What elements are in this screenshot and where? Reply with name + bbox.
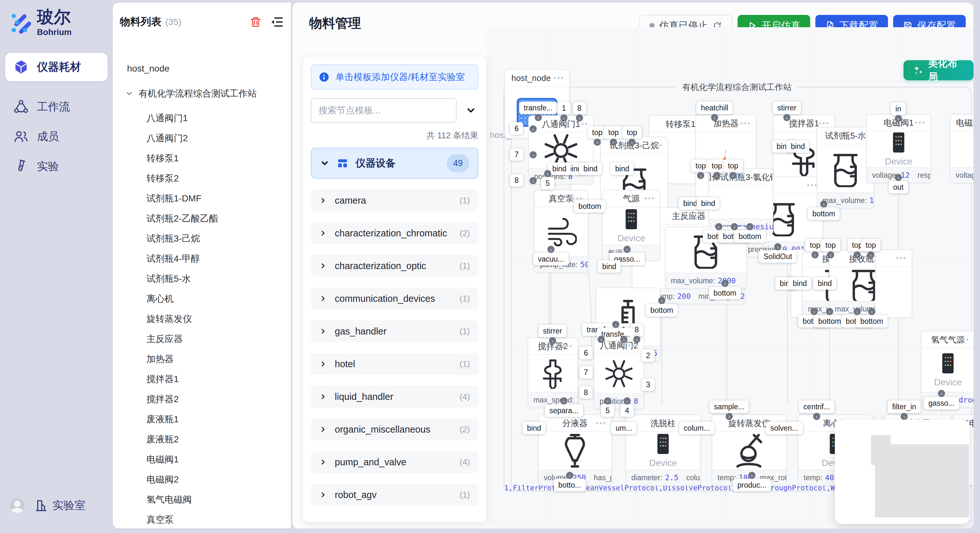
tree-item[interactable]: 八通阀门1 — [146, 112, 188, 124]
tree-item[interactable]: 离心机 — [146, 293, 174, 305]
port-chip-top[interactable]: top — [622, 126, 642, 139]
port-dot-icon[interactable]: › — [867, 251, 874, 259]
port-dot-icon[interactable]: › — [535, 114, 542, 121]
sidebar-item-experiment[interactable]: 实验 — [5, 157, 108, 176]
port-dot-icon[interactable]: › — [560, 114, 568, 121]
port-dot-icon[interactable]: › — [560, 397, 568, 405]
port-chip-4[interactable]: 4 — [620, 405, 634, 417]
canvas-node-八通阀门2[interactable]: 八通阀门2•••positions:8 — [594, 337, 644, 409]
node-menu-icon[interactable]: ••• — [915, 115, 926, 131]
port-dot-icon[interactable]: › — [895, 115, 902, 122]
tree-item[interactable]: 真空泵 — [146, 514, 174, 526]
port-chip-filter_in[interactable]: filter_in — [888, 401, 921, 413]
tree-item[interactable]: 转移泵1 — [146, 152, 179, 165]
port-dot-icon[interactable]: › — [594, 139, 601, 146]
tree-item[interactable]: 主反应器 — [146, 333, 183, 345]
port-dot-icon[interactable]: › — [610, 139, 617, 146]
port-chip-bind[interactable]: bind — [522, 422, 546, 435]
tree-item[interactable]: 试剂瓶4-甲醇 — [146, 252, 200, 265]
canvas-node-分液器[interactable]: 分液器••• volume:250has_phases:true — [538, 414, 612, 486]
port-chip-bind[interactable]: bind — [697, 197, 719, 210]
tree-item-host-node[interactable]: host_node — [127, 63, 170, 74]
avatar[interactable] — [10, 498, 25, 513]
node-menu-icon[interactable]: ••• — [757, 169, 768, 185]
tree-item[interactable]: 转移泵2 — [146, 172, 179, 185]
canvas-node-气源[interactable]: 气源••• Device气源 — [602, 190, 660, 261]
port-dot-icon[interactable]: › — [598, 336, 605, 343]
category-row-hotel[interactable]: hotel (1) — [311, 353, 478, 375]
port-dot-icon[interactable]: › — [530, 177, 537, 184]
port-dot-icon[interactable]: › — [895, 174, 902, 181]
port-chip-gasso[interactable]: gasso... — [924, 397, 959, 409]
canvas-node-电磁阀1[interactable]: 电磁阀1••• Devicevoltage:12response_time:0.… — [866, 114, 931, 183]
port-chip-bind[interactable]: bind — [598, 260, 620, 273]
port-dot-icon[interactable]: › — [713, 172, 721, 179]
tree-item[interactable]: 试剂瓶3-己烷 — [146, 233, 200, 245]
port-chip-5[interactable]: 5 — [601, 405, 614, 417]
node-menu-icon[interactable]: ••• — [807, 177, 818, 194]
category-row-characterization_optic[interactable]: characterization_optic (1) — [311, 255, 478, 277]
port-chip-in[interactable]: in — [891, 103, 906, 115]
tree-item[interactable]: 氢气电磁阀 — [146, 493, 192, 506]
port-dot-icon[interactable]: › — [868, 308, 875, 315]
port-chip-solven[interactable]: solven... — [766, 422, 803, 435]
node-menu-icon[interactable]: ••• — [959, 332, 970, 348]
port-dot-icon[interactable]: › — [938, 390, 945, 397]
port-chip-top[interactable]: top — [821, 239, 840, 252]
tree-item[interactable]: 试剂瓶1-DMF — [146, 192, 202, 205]
search-input[interactable] — [311, 98, 457, 123]
flow-canvas[interactable]: 有机化学流程综合测试工作站host_node••• 转移泵1•••八通阀门1••… — [487, 27, 974, 528]
port-chip-bind[interactable]: bind — [579, 163, 602, 175]
port-dot-icon[interactable]: › — [697, 172, 704, 179]
chevron-down-icon[interactable] — [465, 105, 476, 116]
port-chip-bind[interactable]: bind — [788, 277, 811, 290]
port-chip-stirrer[interactable]: stirrer — [773, 102, 801, 114]
port-chip-6[interactable]: 6 — [579, 347, 593, 359]
tree-item[interactable]: 试剂瓶5-水 — [146, 273, 191, 285]
port-chip-top[interactable]: top — [861, 239, 880, 252]
port-chip-out[interactable]: out — [889, 181, 908, 194]
chevron-down-icon[interactable] — [125, 89, 134, 98]
port-dot-icon[interactable]: › — [820, 200, 827, 208]
port-dot-icon[interactable]: › — [810, 308, 818, 315]
port-chip-bottom[interactable]: bottom — [808, 208, 840, 220]
canvas-node-搅拌器2[interactable]: 搅拌器2••• max_speed:2000 — [528, 338, 578, 408]
port-dot-icon[interactable]: › — [725, 413, 733, 420]
sidebar-item-members[interactable]: 成员 — [5, 127, 108, 146]
category-row-characterization_chromatic[interactable]: characterization_chromatic (2) — [311, 222, 478, 244]
port-dot-icon[interactable]: › — [612, 321, 619, 328]
node-menu-icon[interactable]: ••• — [740, 115, 751, 132]
port-dot-icon[interactable]: › — [576, 114, 583, 121]
port-dot-icon[interactable]: › — [530, 151, 537, 159]
category-row-gas_handler[interactable]: gas_handler (1) — [311, 320, 478, 342]
port-dot-icon[interactable]: › — [854, 251, 861, 259]
port-dot-icon[interactable]: › — [748, 472, 756, 479]
port-chip-centrif[interactable]: centrif... — [799, 401, 835, 413]
node-menu-icon[interactable]: ••• — [652, 137, 663, 154]
port-chip-bottom[interactable]: bottom — [709, 287, 741, 300]
tree-item[interactable]: 电磁阀1 — [146, 453, 179, 466]
port-dot-icon[interactable]: › — [811, 251, 819, 259]
category-row-robot_agv[interactable]: robot_agv (1) — [311, 484, 478, 506]
port-chip-top[interactable]: top — [604, 126, 623, 139]
port-chip-8[interactable]: 8 — [510, 174, 523, 187]
port-dot-icon[interactable]: › — [730, 172, 737, 179]
category-row-communication_devices[interactable]: communication_devices (1) — [311, 287, 478, 309]
trash-icon[interactable] — [250, 16, 262, 28]
port-dot-icon[interactable]: › — [530, 125, 537, 132]
tree-item[interactable]: 旋转蒸发仪 — [146, 313, 192, 325]
port-chip-colum[interactable]: colum... — [679, 422, 714, 435]
port-dot-icon[interactable]: › — [711, 114, 718, 121]
tree-item[interactable]: 试剂瓶2-乙酸乙酯 — [146, 213, 218, 225]
tree-item[interactable]: 废液瓶1 — [146, 413, 179, 425]
canvas-node[interactable]: ••• — [875, 249, 912, 318]
sidebar-item-lab[interactable]: 实验室 — [34, 498, 86, 513]
port-chip-bind[interactable]: bind — [611, 163, 633, 175]
node-menu-icon[interactable]: ••• — [554, 70, 565, 86]
port-chip-2[interactable]: 2 — [642, 349, 655, 362]
port-chip-bind[interactable]: bind — [786, 140, 809, 153]
canvas-node-电磁阀2[interactable]: 电磁阀2voltage:12 — [950, 114, 974, 183]
port-dot-icon[interactable]: › — [783, 114, 791, 121]
tree-item[interactable]: 加热器 — [146, 353, 174, 365]
port-dot-icon[interactable]: › — [721, 280, 729, 287]
